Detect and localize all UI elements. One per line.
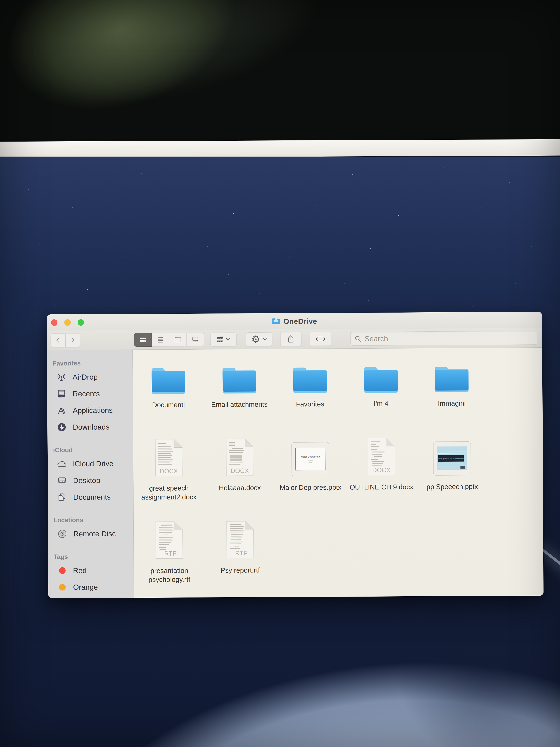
- svg-text:Major Depression: Major Depression: [301, 455, 320, 458]
- share-button[interactable]: [281, 332, 301, 346]
- pptx-file-icon: when life gets loud find peace underwate…: [432, 432, 472, 476]
- screen-edge-strip: [0, 139, 560, 158]
- search-icon: [355, 335, 361, 342]
- rtf-file-icon: RTF: [224, 516, 256, 560]
- window-body: Favorites AirDrop: [47, 348, 543, 598]
- grid-item-documenti[interactable]: Documenti: [133, 360, 203, 410]
- docx-file-icon: DOCX: [366, 433, 397, 476]
- sidebar-item-icloud-drive[interactable]: iCloud Drive: [48, 455, 133, 472]
- grid-item-great-speech[interactable]: DOCX great speech assignment2.docx: [134, 434, 204, 502]
- grid-item-im4[interactable]: I'm 4: [346, 359, 416, 409]
- close-button[interactable]: [51, 319, 57, 326]
- red-tag-icon: [59, 567, 65, 574]
- rtf-file-icon: RTF: [154, 516, 184, 560]
- grid-item-psy-report[interactable]: RTF Psy report.rtf: [205, 516, 275, 575]
- tag-button[interactable]: [310, 332, 331, 346]
- minimize-button[interactable]: [64, 319, 71, 326]
- search-input[interactable]: [364, 334, 533, 343]
- gear-icon: ⚙: [251, 334, 260, 344]
- file-label: Favorites: [296, 400, 324, 409]
- file-label: I'm 4: [374, 399, 388, 408]
- grid-item-holaaaa[interactable]: DOCX Holaaaa.docx: [205, 434, 275, 493]
- sidebar-item-applications[interactable]: Applications: [47, 402, 133, 419]
- nav-buttons: [51, 333, 80, 347]
- chevron-down-icon: [226, 338, 230, 341]
- column-view-button[interactable]: [169, 333, 187, 346]
- grid-item-pp-speeech[interactable]: when life gets loud find peace underwate…: [417, 432, 487, 491]
- svg-text:DOCX: DOCX: [160, 467, 178, 475]
- toolbar: ⚙: [47, 328, 542, 350]
- icon-view-button[interactable]: [134, 333, 152, 346]
- back-button[interactable]: [51, 333, 65, 347]
- file-grid: Documenti Email attachments: [133, 348, 543, 598]
- folder-icon: [291, 359, 329, 393]
- sidebar: Favorites AirDrop: [47, 350, 134, 598]
- action-menu-button[interactable]: ⚙: [246, 332, 272, 346]
- sidebar-section-icloud: iCloud: [48, 444, 133, 456]
- airdrop-icon: [56, 372, 68, 382]
- sidebar-item-airdrop[interactable]: AirDrop: [47, 368, 133, 386]
- traffic-lights: [51, 314, 84, 331]
- grid-item-favorites[interactable]: Favorites: [275, 359, 345, 409]
- sidebar-section-locations: Locations: [48, 514, 133, 525]
- titlebar: OneDrive: [47, 312, 542, 331]
- sidebar-section-tags: Tags: [48, 551, 134, 562]
- pptx-file-icon: Major Depression: [291, 433, 330, 477]
- svg-text:DOCX: DOCX: [231, 467, 249, 474]
- sidebar-item-tag-orange[interactable]: Orange: [48, 578, 134, 596]
- group-by-button[interactable]: [210, 333, 237, 346]
- folder-icon: [149, 360, 187, 394]
- documents-icon: [56, 492, 68, 502]
- sidebar-item-remote-disc[interactable]: Remote Disc: [48, 525, 133, 542]
- folder-icon: [433, 358, 471, 393]
- grid-item-presantation-psychology[interactable]: RTF presantation psychology.rtf: [134, 516, 205, 584]
- forward-button[interactable]: [65, 333, 80, 347]
- recents-icon: [56, 389, 68, 398]
- file-label: Email attachments: [211, 400, 268, 409]
- sidebar-item-downloads[interactable]: Downloads: [47, 418, 133, 436]
- svg-text:RTF: RTF: [235, 549, 247, 557]
- finder-window: OneDrive: [47, 312, 543, 598]
- folder-icon: [220, 359, 258, 394]
- svg-text:when life gets loud find peace: when life gets loud find peace underwate…: [436, 458, 465, 460]
- sidebar-item-tag-yellow[interactable]: Yellow: [48, 595, 134, 598]
- disc-icon: [56, 529, 68, 539]
- grid-item-outline-ch9[interactable]: DOCX OUTLINE CH 9.docx: [346, 433, 417, 492]
- sidebar-item-tag-red[interactable]: Red: [48, 562, 134, 579]
- chevron-down-icon: [263, 338, 267, 341]
- file-label: Immagini: [438, 399, 465, 408]
- stars: [0, 157, 1, 157]
- svg-text:DOCX: DOCX: [372, 466, 390, 473]
- grid-item-email-attachments[interactable]: Email attachments: [204, 359, 274, 409]
- sidebar-section-favorites: Favorites: [47, 357, 132, 369]
- downloads-icon: [56, 422, 68, 432]
- file-label: Major Dep pres.pptx: [279, 483, 341, 492]
- icloud-icon: [56, 460, 68, 468]
- zoom-button[interactable]: [78, 319, 84, 326]
- file-label: Psy report.rtf: [220, 566, 260, 575]
- desktop-icon: [56, 476, 68, 485]
- sidebar-item-documents[interactable]: Documents: [48, 489, 133, 506]
- applications-icon: [56, 406, 68, 415]
- onedrive-folder-icon: [272, 317, 281, 325]
- file-label: presantation psychology.rtf: [136, 566, 203, 584]
- docx-file-icon: DOCX: [224, 434, 255, 477]
- file-label: OUTLINE CH 9.docx: [350, 483, 413, 492]
- file-label: pp Speeech.pptx: [426, 482, 478, 491]
- sidebar-item-desktop[interactable]: Desktop: [48, 472, 133, 489]
- folder-icon: [362, 359, 400, 393]
- search-field[interactable]: [350, 331, 537, 345]
- photo-of-screen: OneDrive: [0, 0, 560, 747]
- sidebar-item-recents[interactable]: Recents: [47, 385, 133, 402]
- list-view-button[interactable]: [152, 333, 169, 346]
- file-label: great speech assignment2.docx: [136, 484, 202, 502]
- window-title: OneDrive: [283, 317, 317, 326]
- grid-item-major-dep-pres[interactable]: Major Depression Major Dep pres.pptx: [275, 433, 346, 492]
- gallery-view-button[interactable]: [187, 333, 204, 346]
- grid-item-immagini[interactable]: Immagini: [417, 358, 487, 408]
- window-title-wrap: OneDrive: [272, 317, 317, 326]
- tag-icon: [316, 336, 325, 342]
- view-switcher: [134, 333, 204, 347]
- room-dark-band: [0, 0, 560, 143]
- svg-text:RTF: RTF: [164, 550, 176, 557]
